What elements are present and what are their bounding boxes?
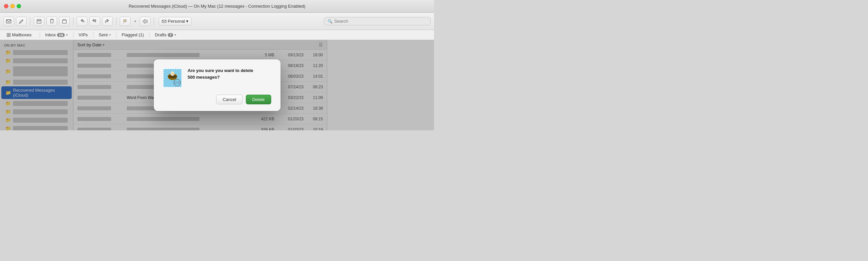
search-bar: 🔍: [324, 17, 431, 25]
svg-rect-6: [9, 33, 10, 35]
nav-inbox-badge: 14: [57, 33, 64, 37]
nav-inbox[interactable]: Inbox 14 ▾: [43, 31, 70, 38]
svg-rect-2: [37, 19, 41, 20]
traffic-lights: [0, 4, 21, 8]
search-input[interactable]: [334, 19, 427, 24]
toolbar-sep-2: [73, 17, 73, 25]
flag-button[interactable]: [120, 17, 130, 26]
reply-all-button[interactable]: [89, 17, 100, 26]
nav-sep-4: [116, 32, 117, 38]
main-content: On My Mac 📁██████ ████████📁████ ██ ████📁…: [0, 40, 434, 130]
svg-rect-3: [62, 20, 66, 23]
nav-vips[interactable]: VIPs: [76, 31, 90, 38]
svg-rect-0: [6, 20, 11, 23]
nav-sep-3: [93, 32, 93, 38]
mailboxes-icon: [7, 33, 11, 37]
nav-flagged[interactable]: Flagged (1): [119, 31, 147, 38]
mailbox-dropdown-icon: ▾: [186, 19, 188, 24]
mute-button[interactable]: [140, 17, 150, 26]
search-icon: 🔍: [328, 19, 333, 24]
nav-mailboxes[interactable]: Mailboxes: [4, 31, 34, 38]
compose-button[interactable]: [16, 17, 27, 26]
mail-stamp-icon: [162, 67, 183, 89]
flag-dropdown[interactable]: ▾: [132, 17, 138, 26]
minimize-button[interactable]: [10, 4, 15, 8]
nav-bar: Mailboxes Inbox 14 ▾ VIPs Sent ▾ Flagged…: [0, 30, 434, 40]
delete-button[interactable]: Delete: [246, 95, 271, 104]
nav-inbox-label: Inbox: [45, 32, 56, 37]
nav-drafts-label: Drafts: [155, 32, 166, 37]
mailbox-selector[interactable]: Personal ▾: [159, 17, 191, 25]
get-mail-button[interactable]: [3, 17, 14, 26]
nav-drafts-chevron: ▾: [175, 33, 176, 37]
dialog-header: Are you sure you want to delete 500 mess…: [162, 67, 271, 89]
title-bar: Recovered Messages (iCloud) — On My Mac …: [0, 0, 434, 13]
nav-sent[interactable]: Sent ▾: [96, 31, 114, 38]
nav-drafts[interactable]: Drafts 7 ▾: [152, 31, 179, 38]
toolbar-sep-3: [116, 17, 117, 25]
dialog-buttons: Cancel Delete: [162, 95, 271, 104]
nav-sep-1: [40, 32, 40, 38]
reply-button[interactable]: [77, 17, 87, 26]
nav-vips-label: VIPs: [79, 32, 88, 37]
svg-rect-5: [7, 33, 8, 35]
toolbar-sep-4: [154, 17, 154, 25]
archive-button[interactable]: [34, 17, 44, 26]
dialog-title-line1: Are you sure you want to delete: [188, 68, 253, 73]
nav-drafts-badge: 7: [168, 33, 173, 37]
dialog-title-line2: 500 messages?: [188, 75, 220, 80]
nav-sep-2: [73, 32, 73, 38]
svg-rect-7: [7, 35, 8, 37]
mailbox-label: Personal: [168, 19, 185, 24]
nav-mailboxes-label: Mailboxes: [12, 32, 32, 37]
nav-sep-5: [149, 32, 150, 38]
forward-button[interactable]: [102, 17, 113, 26]
nav-flagged-label: Flagged (1): [122, 32, 144, 37]
toolbar: ▾ Personal ▾ 🔍: [0, 13, 434, 30]
svg-rect-4: [162, 20, 166, 23]
svg-rect-1: [37, 20, 41, 23]
svg-rect-8: [9, 35, 10, 37]
dialog-title: Are you sure you want to delete 500 mess…: [188, 67, 271, 80]
delete-confirm-dialog: Are you sure you want to delete 500 mess…: [154, 59, 281, 111]
maximize-button[interactable]: [17, 4, 21, 8]
trash-button[interactable]: [46, 17, 57, 26]
toolbar-sep-1: [30, 17, 30, 25]
cancel-button[interactable]: Cancel: [216, 95, 242, 104]
close-button[interactable]: [4, 4, 8, 8]
nav-sent-label: Sent: [99, 32, 108, 37]
nav-sent-chevron: ▾: [109, 33, 111, 37]
move-button[interactable]: [59, 17, 70, 26]
window-title: Recovered Messages (iCloud) — On My Mac …: [129, 4, 306, 9]
dialog-text: Are you sure you want to delete 500 mess…: [188, 67, 271, 80]
dialog-overlay: Are you sure you want to delete 500 mess…: [0, 40, 434, 130]
nav-inbox-chevron: ▾: [66, 33, 68, 37]
